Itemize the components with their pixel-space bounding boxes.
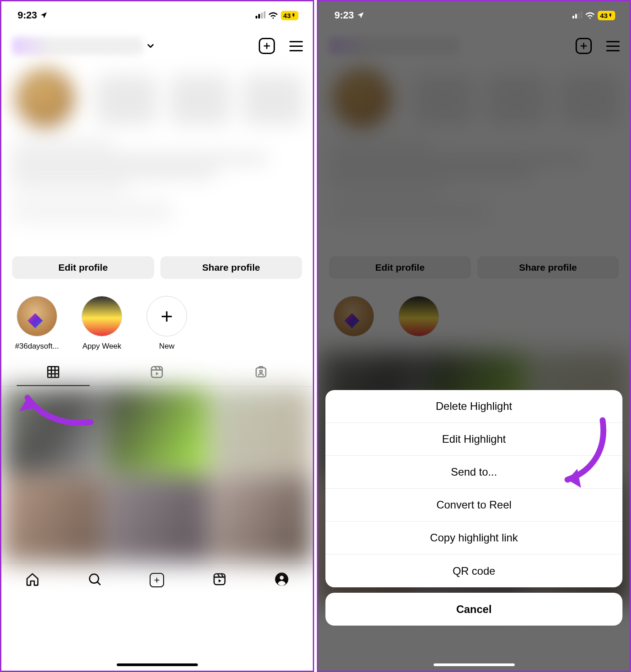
highlight-label: New: [159, 342, 174, 351]
profile-stats[interactable]: [96, 75, 304, 125]
profile-avatar[interactable]: [16, 69, 74, 127]
tab-posts-grid[interactable]: [45, 359, 62, 386]
sheet-send-to[interactable]: Send to...: [325, 456, 622, 489]
location-icon: [40, 11, 48, 19]
svg-point-7: [279, 576, 283, 580]
status-bar: 9:23 43: [1, 1, 313, 29]
highlight-cover-icon: [82, 296, 122, 336]
profile-bio: [11, 139, 303, 223]
nav-home[interactable]: [25, 572, 40, 588]
wifi-icon: [268, 12, 278, 19]
highlight-new[interactable]: + New: [141, 296, 192, 351]
nav-reels[interactable]: [212, 572, 227, 588]
home-icon: [25, 572, 40, 586]
bottom-nav: [1, 563, 313, 597]
tab-tagged[interactable]: [252, 359, 270, 386]
profile-content-tabs: [1, 357, 313, 387]
svg-point-3: [260, 370, 262, 372]
photo-grid-blurred: [1, 387, 313, 563]
status-bar: 9:23 43: [318, 1, 630, 29]
tagged-icon: [254, 365, 268, 379]
highlight-action-sheet: Delete Highlight Edit Highlight Send to.…: [325, 390, 622, 626]
home-indicator[interactable]: [434, 663, 515, 666]
reels-icon: [150, 365, 164, 379]
edit-profile-button[interactable]: Edit profile: [12, 256, 154, 279]
nav-profile[interactable]: [274, 572, 289, 588]
wifi-icon: [585, 12, 595, 19]
story-highlights-row: #36daysoft... Appy Week + New: [1, 279, 313, 353]
action-sheet-group: Delete Highlight Edit Highlight Send to.…: [325, 390, 622, 587]
highlight-cover-icon: [17, 296, 57, 336]
battery-indicator: 43: [281, 11, 298, 20]
profile-header: [1, 29, 313, 63]
home-indicator[interactable]: [117, 663, 198, 666]
sheet-edit-highlight[interactable]: Edit Highlight: [325, 423, 622, 456]
highlight-36daysoft[interactable]: #36daysoft...: [11, 296, 63, 351]
nav-create[interactable]: [150, 573, 164, 587]
plus-icon: +: [161, 306, 173, 327]
reels-icon: [212, 572, 227, 586]
status-time: 9:23: [18, 9, 37, 21]
battery-level: 43: [283, 12, 291, 19]
profile-action-row: Edit profile Share profile: [1, 252, 313, 279]
phone-screenshot-right: 9:23 43 Edit profileShare profile De: [317, 0, 631, 672]
cellular-signal-icon: [256, 12, 265, 18]
chevron-down-icon[interactable]: [146, 41, 155, 51]
location-icon: [357, 11, 365, 19]
grid-icon: [46, 365, 60, 379]
search-icon: [87, 572, 102, 586]
battery-indicator: 43: [598, 11, 615, 20]
status-time: 9:23: [334, 9, 354, 21]
nav-search[interactable]: [87, 572, 102, 588]
tab-reels[interactable]: [148, 359, 165, 386]
svg-rect-1: [151, 367, 162, 377]
create-post-button[interactable]: [259, 38, 275, 54]
highlight-label: #36daysoft...: [15, 342, 59, 351]
svg-rect-0: [48, 367, 59, 377]
phone-screenshot-left: 9:23 43 Edit profile Share profile: [0, 0, 314, 672]
battery-level: 43: [600, 12, 608, 19]
profile-info-blurred: [1, 63, 313, 252]
menu-button[interactable]: [289, 41, 303, 51]
plus-box-icon: [150, 573, 164, 587]
highlight-appy-week[interactable]: Appy Week: [76, 296, 128, 351]
username-switcher[interactable]: [12, 37, 143, 55]
highlight-label: Appy Week: [82, 342, 122, 351]
sheet-qr-code[interactable]: QR code: [325, 554, 622, 587]
plus-icon: [262, 41, 271, 50]
sheet-copy-highlight-link[interactable]: Copy highlight link: [325, 522, 622, 554]
sheet-convert-to-reel[interactable]: Convert to Reel: [325, 489, 622, 522]
cellular-signal-icon: [572, 12, 582, 18]
svg-rect-5: [214, 574, 225, 585]
sheet-delete-highlight[interactable]: Delete Highlight: [325, 390, 622, 423]
share-profile-button[interactable]: Share profile: [160, 256, 302, 279]
sheet-cancel-button[interactable]: Cancel: [325, 593, 622, 626]
profile-icon: [274, 572, 289, 586]
highlight-new-cover: +: [146, 296, 187, 336]
